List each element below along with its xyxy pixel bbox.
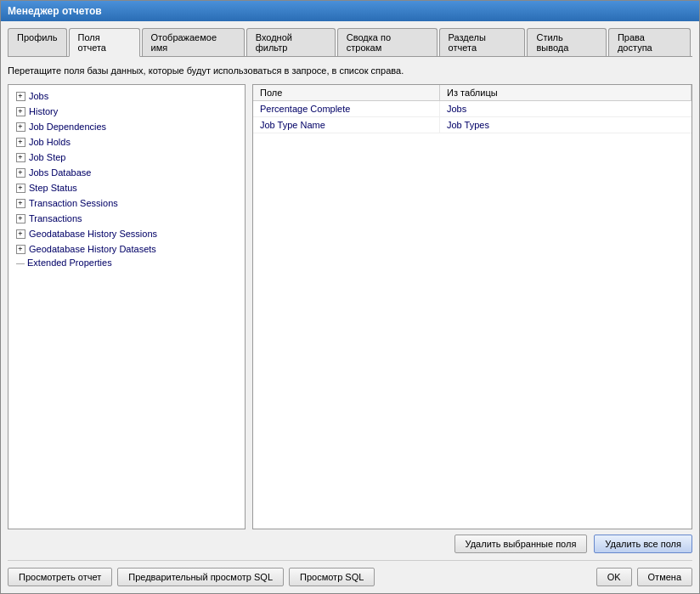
source-cell-jobs: Jobs	[440, 101, 692, 116]
remove-all-button[interactable]: Удалить все поля	[594, 535, 692, 553]
footer-right-buttons: OK Отмена	[596, 568, 692, 586]
tab-bar: Профиль Поля отчета Отображаемое имя Вхо…	[8, 28, 692, 57]
expand-step-status-icon[interactable]: +	[14, 181, 27, 195]
tree-item-jobs[interactable]: + Jobs	[12, 88, 241, 104]
tree-item-jobs-label: Jobs	[29, 91, 48, 101]
tree-item-job-dependencies-label: Job Dependencies	[29, 122, 106, 132]
window-title: Менеджер отчетов	[8, 5, 102, 17]
cancel-button[interactable]: Отмена	[637, 568, 692, 586]
bottom-action-buttons: Удалить выбранные поля Удалить все поля	[8, 535, 692, 553]
tree-item-geo-history-datasets-label: Geodatabase History Datasets	[29, 244, 156, 254]
tree-panel[interactable]: + Jobs + History + Job Dependencies + Jo…	[8, 84, 246, 529]
tree-item-geo-history-datasets[interactable]: + Geodatabase History Datasets	[12, 241, 241, 257]
expand-job-step-icon[interactable]: +	[14, 150, 27, 164]
tree-item-job-holds[interactable]: + Job Holds	[12, 134, 241, 150]
footer-buttons: Просмотреть отчет Предварительный просмо…	[8, 560, 692, 586]
tab-input-filter[interactable]: Входной фильтр	[246, 28, 336, 56]
expand-jobs-icon[interactable]: +	[14, 89, 27, 103]
tree-item-step-status-label: Step Status	[29, 183, 77, 193]
expand-transactions-icon[interactable]: +	[14, 212, 27, 225]
view-sql-button[interactable]: Просмотр SQL	[289, 568, 375, 586]
table-row[interactable]: Percentage Complete Jobs	[253, 101, 692, 117]
tab-report-sections[interactable]: Разделы отчета	[439, 28, 526, 56]
tree-item-transaction-sessions[interactable]: + Transaction Sessions	[12, 195, 241, 211]
tab-profile[interactable]: Профиль	[8, 28, 67, 56]
tree-item-extended-properties[interactable]: — Extended Properties	[12, 257, 241, 269]
col-header-field: Поле	[253, 85, 440, 100]
main-area: + Jobs + History + Job Dependencies + Jo…	[8, 84, 692, 529]
tree-item-history-label: History	[29, 106, 58, 116]
tab-row-summary[interactable]: Сводка по строкам	[337, 28, 438, 56]
expand-history-icon[interactable]: +	[14, 105, 27, 118]
tab-display-name[interactable]: Отображаемое имя	[142, 28, 245, 56]
col-header-source: Из таблицы	[440, 85, 692, 100]
field-cell-percentage: Percentage Complete	[253, 101, 440, 116]
leaf-dash-icon: —	[14, 258, 27, 268]
tree-item-geo-history-sessions-label: Geodatabase History Sessions	[29, 229, 157, 239]
tab-access-rights[interactable]: Права доступа	[608, 28, 691, 56]
tree-item-transaction-sessions-label: Transaction Sessions	[29, 198, 118, 208]
tree-item-geo-history-sessions[interactable]: + Geodatabase History Sessions	[12, 226, 241, 241]
field-cell-job-type-name: Job Type Name	[253, 117, 440, 133]
tree-item-job-step[interactable]: + Job Step	[12, 150, 241, 165]
remove-selected-button[interactable]: Удалить выбранные поля	[454, 535, 588, 553]
expand-transaction-sessions-icon[interactable]: +	[14, 196, 27, 210]
source-cell-job-types: Job Types	[440, 117, 692, 133]
expand-job-holds-icon[interactable]: +	[14, 135, 27, 149]
expand-jobs-database-icon[interactable]: +	[14, 166, 27, 179]
tree-item-step-status[interactable]: + Step Status	[12, 180, 241, 195]
tree-item-extended-properties-label: Extended Properties	[27, 257, 112, 268]
expand-job-dependencies-icon[interactable]: +	[14, 120, 27, 133]
instruction-text: Перетащите поля базы данных, которые буд…	[8, 64, 692, 77]
expand-geo-history-sessions-icon[interactable]: +	[14, 227, 27, 240]
preview-sql-button[interactable]: Предварительный просмотр SQL	[117, 568, 284, 586]
ok-button[interactable]: OK	[596, 568, 632, 586]
expand-geo-history-datasets-icon[interactable]: +	[14, 242, 27, 256]
tree-item-history[interactable]: + History	[12, 104, 241, 119]
tree-item-jobs-database[interactable]: + Jobs Database	[12, 165, 241, 180]
tree-item-job-dependencies[interactable]: + Job Dependencies	[12, 119, 241, 134]
tab-output-style[interactable]: Стиль вывода	[527, 28, 606, 56]
tab-fields[interactable]: Поля отчета	[69, 28, 140, 57]
window-content: Профиль Поля отчета Отображаемое имя Вхо…	[1, 21, 699, 593]
table-body[interactable]: Percentage Complete Jobs Job Type Name J…	[253, 101, 692, 529]
tree-item-jobs-database-label: Jobs Database	[29, 167, 91, 178]
table-header: Поле Из таблицы	[253, 85, 692, 101]
preview-report-button[interactable]: Просмотреть отчет	[8, 568, 112, 586]
tree-item-transactions-label: Transactions	[29, 213, 82, 223]
tree-item-job-holds-label: Job Holds	[29, 137, 71, 147]
tree-item-job-step-label: Job Step	[29, 152, 65, 162]
tree-item-transactions[interactable]: + Transactions	[12, 211, 241, 226]
table-row[interactable]: Job Type Name Job Types	[253, 117, 692, 133]
title-bar: Менеджер отчетов	[1, 1, 699, 21]
fields-table: Поле Из таблицы Percentage Complete Jobs…	[252, 84, 692, 529]
main-window: Менеджер отчетов Профиль Поля отчета Ото…	[0, 0, 700, 594]
footer-left-buttons: Просмотреть отчет Предварительный просмо…	[8, 568, 375, 586]
